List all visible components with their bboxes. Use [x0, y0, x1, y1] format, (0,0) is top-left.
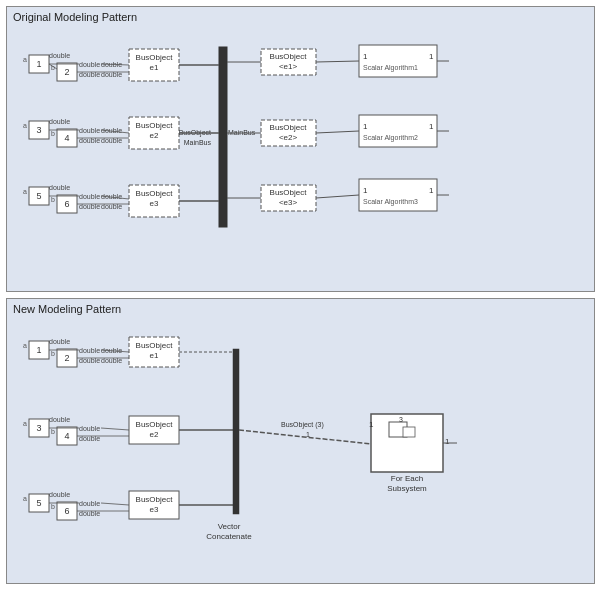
svg-text:Scalar Algorithm2: Scalar Algorithm2: [363, 134, 418, 142]
svg-text:Scalar Algorithm3: Scalar Algorithm3: [363, 198, 418, 206]
svg-text:e1: e1: [150, 63, 159, 72]
svg-text:1: 1: [36, 345, 41, 355]
new-title: New Modeling Pattern: [11, 303, 590, 315]
svg-text:BusObject (3): BusObject (3): [281, 421, 324, 429]
svg-text:1: 1: [429, 52, 434, 61]
svg-text:a: a: [23, 56, 27, 63]
svg-text:double: double: [79, 127, 100, 134]
svg-text:b: b: [51, 196, 55, 203]
svg-text:3: 3: [36, 423, 41, 433]
svg-text:double: double: [49, 184, 70, 191]
svg-text:a: a: [23, 342, 27, 349]
svg-text:3: 3: [399, 416, 403, 423]
svg-text:BusObject: BusObject: [136, 341, 174, 350]
svg-text:For Each: For Each: [391, 474, 423, 483]
new-svg: 1 a 2 b double double double double doub…: [11, 319, 590, 577]
svg-rect-136: [233, 349, 239, 514]
svg-text:Subsystem: Subsystem: [387, 484, 427, 493]
svg-text:BusObject: BusObject: [270, 52, 308, 61]
svg-text:BusObject: BusObject: [136, 189, 174, 198]
svg-text:BusObject: BusObject: [270, 188, 308, 197]
svg-text:1: 1: [429, 122, 434, 131]
svg-text:e3: e3: [150, 505, 159, 514]
original-svg: 1 a 2 b double double double double doub…: [11, 27, 590, 285]
svg-text:1: 1: [36, 59, 41, 69]
svg-text:double: double: [79, 347, 100, 354]
svg-text:BusObject: BusObject: [136, 53, 174, 62]
svg-text:e2: e2: [150, 131, 159, 140]
svg-text:a: a: [23, 188, 27, 195]
svg-text:6: 6: [64, 199, 69, 209]
svg-text:double: double: [79, 425, 100, 432]
svg-text:Scalar Algorithm1: Scalar Algorithm1: [363, 64, 418, 72]
svg-text:1: 1: [445, 437, 450, 446]
original-title: Original Modeling Pattern: [11, 11, 590, 23]
svg-text:<e1>: <e1>: [279, 62, 298, 71]
svg-text:BusObject: BusObject: [136, 121, 174, 130]
svg-text:e3: e3: [150, 199, 159, 208]
svg-text:<e2>: <e2>: [279, 133, 298, 142]
svg-line-161: [101, 503, 129, 505]
svg-text:3: 3: [36, 125, 41, 135]
svg-line-139: [239, 430, 371, 444]
svg-text:1: 1: [363, 186, 368, 195]
svg-text:4: 4: [64, 133, 69, 143]
svg-text:5: 5: [36, 498, 41, 508]
svg-text:BusObject: BusObject: [136, 495, 174, 504]
original-diagram: 1 a 2 b double double double double doub…: [11, 27, 590, 285]
svg-text:<e3>: <e3>: [279, 198, 298, 207]
svg-rect-61: [359, 45, 437, 77]
svg-text:b: b: [51, 428, 55, 435]
svg-text:b: b: [51, 130, 55, 137]
svg-text:double: double: [79, 500, 100, 507]
original-panel: Original Modeling Pattern 1 a 2 b double…: [6, 6, 595, 292]
svg-text:1: 1: [363, 122, 368, 131]
svg-text:6: 6: [64, 506, 69, 516]
svg-text:BusObject: BusObject: [270, 123, 308, 132]
svg-text:2: 2: [64, 67, 69, 77]
svg-text:b: b: [51, 350, 55, 357]
svg-text:1: 1: [363, 52, 368, 61]
svg-line-75: [316, 195, 359, 198]
svg-text:a: a: [23, 122, 27, 129]
svg-rect-144: [403, 427, 415, 437]
svg-line-157: [101, 428, 129, 430]
svg-line-74: [316, 131, 359, 133]
svg-text:1: 1: [306, 431, 310, 438]
svg-text:double: double: [49, 118, 70, 125]
svg-rect-65: [359, 115, 437, 147]
svg-text:double: double: [49, 491, 70, 498]
svg-text:BusObject: BusObject: [136, 420, 174, 429]
svg-text:e2: e2: [150, 430, 159, 439]
svg-text:Concatenate: Concatenate: [206, 532, 252, 541]
svg-text:a: a: [23, 495, 27, 502]
svg-text:2: 2: [64, 353, 69, 363]
svg-text:Vector: Vector: [218, 522, 241, 531]
svg-text:a: a: [23, 420, 27, 427]
svg-text:double: double: [49, 416, 70, 423]
svg-text:double: double: [79, 61, 100, 68]
svg-rect-42: [219, 47, 227, 227]
svg-rect-69: [359, 179, 437, 211]
svg-text:double: double: [49, 52, 70, 59]
svg-text:double: double: [79, 193, 100, 200]
svg-text:double: double: [49, 338, 70, 345]
new-panel: New Modeling Pattern 1 a 2 b double doub…: [6, 298, 595, 584]
new-diagram: 1 a 2 b double double double double doub…: [11, 319, 590, 577]
svg-text:MainBus: MainBus: [184, 139, 212, 146]
svg-text:1: 1: [429, 186, 434, 195]
svg-text:e1: e1: [150, 351, 159, 360]
svg-text:5: 5: [36, 191, 41, 201]
svg-text:b: b: [51, 503, 55, 510]
svg-text:4: 4: [64, 431, 69, 441]
svg-line-73: [316, 61, 359, 62]
svg-text:1: 1: [369, 420, 374, 429]
